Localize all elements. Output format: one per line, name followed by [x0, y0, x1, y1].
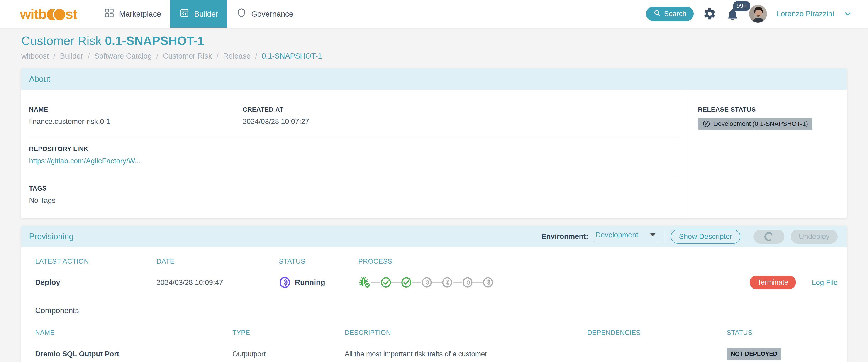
- about-section-title: About: [29, 74, 50, 84]
- breadcrumb-item[interactable]: Release: [223, 52, 251, 60]
- provisioning-card: Provisioning Environment: Development Sh…: [21, 226, 847, 362]
- provisioning-section-header: Provisioning Environment: Development Sh…: [21, 226, 847, 247]
- nav-item-governance[interactable]: Governance: [227, 0, 302, 28]
- environment-label: Environment:: [541, 232, 588, 241]
- process-step-success-icon[interactable]: [401, 277, 412, 288]
- component-status-badge: NOT DEPLOYED: [727, 348, 781, 360]
- gear-icon: [703, 7, 716, 21]
- component-name[interactable]: Dremio SQL Output Port: [35, 350, 232, 358]
- provisioning-section-title: Provisioning: [29, 232, 73, 241]
- page-header: Customer Risk 0.1-SNAPSHOT-1 witboost / …: [0, 28, 868, 60]
- log-file-link[interactable]: Log File: [812, 278, 838, 287]
- action-date-value: 2024/03/28 10:09:47: [156, 278, 279, 287]
- status-value: Running: [295, 278, 325, 287]
- col-comp-name: NAME: [35, 329, 232, 336]
- logo-circle-icon: [54, 9, 65, 20]
- environment-select[interactable]: Development: [594, 231, 658, 242]
- breadcrumb-separator: /: [88, 52, 90, 60]
- breadcrumb-separator: /: [255, 52, 257, 60]
- deploy-loading-button: [753, 230, 784, 244]
- breadcrumb: witboost / Builder / Software Catalog / …: [21, 52, 868, 60]
- col-date: DATE: [156, 258, 279, 265]
- witboost-logo[interactable]: witbst: [20, 6, 77, 22]
- breadcrumb-item[interactable]: Customer Risk: [163, 52, 212, 60]
- process-step-pending-icon[interactable]: [442, 277, 453, 288]
- page-title: Customer Risk 0.1-SNAPSHOT-1: [21, 34, 868, 48]
- search-icon: [653, 9, 661, 19]
- col-comp-description: DESCRIPTION: [345, 329, 587, 336]
- release-status-badge: Development (0.1-SNAPSHOT-1): [698, 118, 812, 130]
- provisioning-table-header: LATEST ACTION DATE STATUS PROCESS: [21, 258, 847, 265]
- undeploy-label: Undeploy: [799, 232, 830, 241]
- about-section-header: About: [21, 68, 847, 90]
- provisioning-table-row: Deploy 2024/03/28 10:09:47 Running: [21, 276, 847, 289]
- field-created-at-label: CREATED AT: [243, 106, 456, 113]
- about-right-column: RELEASE STATUS Development (0.1-SNAPSHOT…: [687, 90, 847, 218]
- nav-item-label: Governance: [251, 9, 293, 19]
- release-status-label: RELEASE STATUS: [698, 106, 847, 113]
- field-created-at-value: 2024/03/28 10:07:27: [243, 117, 456, 126]
- process-step-pending-icon[interactable]: [483, 277, 493, 288]
- action-status: Running: [279, 276, 358, 288]
- divider: [804, 276, 804, 289]
- components-title: Components: [35, 306, 847, 315]
- process-connector: [432, 282, 442, 283]
- components-table-header: NAME TYPE DESCRIPTION DEPENDENCIES STATU…: [21, 329, 847, 336]
- terminate-button[interactable]: Terminate: [750, 276, 796, 289]
- terminate-label: Terminate: [757, 278, 788, 286]
- main-nav: Marketplace Builder Governance: [95, 0, 302, 28]
- process-step-success-icon[interactable]: [380, 277, 391, 288]
- breadcrumb-separator: /: [156, 52, 158, 60]
- notifications-button[interactable]: 99+: [726, 8, 739, 21]
- field-name-label: NAME: [29, 106, 243, 113]
- show-descriptor-button[interactable]: Show Descriptor: [671, 230, 740, 244]
- breadcrumb-item[interactable]: Software Catalog: [94, 52, 152, 60]
- process-step-pending-icon[interactable]: [462, 277, 473, 288]
- undeploy-button[interactable]: Undeploy: [791, 230, 838, 244]
- nav-item-marketplace[interactable]: Marketplace: [95, 0, 170, 28]
- about-card: About NAME finance.customer-risk.0.1 CRE…: [21, 68, 847, 218]
- page-title-version: 0.1-SNAPSHOT-1: [105, 34, 204, 48]
- breadcrumb-item[interactable]: witboost: [21, 52, 49, 60]
- divider: [747, 230, 747, 243]
- running-spinner-icon: [279, 276, 291, 288]
- components-table-row: Dremio SQL Output Port Outputport All th…: [21, 348, 847, 362]
- release-status-badge-label: Development (0.1-SNAPSHOT-1): [713, 120, 808, 127]
- user-avatar[interactable]: [749, 5, 767, 23]
- breadcrumb-separator: /: [217, 52, 219, 60]
- field-name-value: finance.customer-risk.0.1: [29, 117, 243, 126]
- nav-item-label: Builder: [194, 9, 218, 19]
- search-button[interactable]: Search: [646, 7, 694, 21]
- logo-text-right: st: [65, 6, 77, 22]
- chevron-down-icon[interactable]: [843, 9, 852, 18]
- about-row-1: NAME finance.customer-risk.0.1 CREATED A…: [29, 90, 680, 137]
- code-window-icon: [179, 8, 190, 20]
- field-tags-label: TAGS: [29, 185, 680, 192]
- component-type: Outputport: [232, 350, 345, 358]
- nav-item-builder[interactable]: Builder: [170, 0, 227, 28]
- top-navbar: witbst Marketplace Builder: [0, 0, 868, 28]
- field-repository-label: REPOSITORY LINK: [29, 145, 680, 153]
- show-descriptor-label: Show Descriptor: [679, 232, 732, 241]
- avatar-photo: [749, 5, 767, 23]
- process-step-pending-icon[interactable]: [421, 277, 432, 288]
- shield-icon: [236, 8, 247, 20]
- col-process: PROCESS: [358, 258, 838, 265]
- col-comp-dependencies: DEPENDENCIES: [587, 329, 727, 336]
- field-tags-value: No Tags: [29, 196, 680, 205]
- user-name[interactable]: Lorenzo Pirazzini: [777, 9, 834, 18]
- process-connector: [412, 282, 421, 283]
- select-arrow-icon: [650, 233, 655, 237]
- settings-button[interactable]: [703, 7, 716, 21]
- breadcrumb-item-current[interactable]: 0.1-SNAPSHOT-1: [262, 52, 322, 60]
- about-left-column: NAME finance.customer-risk.0.1 CREATED A…: [21, 90, 687, 218]
- repository-link[interactable]: https://gitlab.com/AgileFactory/W...: [29, 157, 141, 165]
- search-button-label: Search: [664, 10, 686, 18]
- process-step-validated-icon[interactable]: [358, 276, 371, 289]
- breadcrumb-item[interactable]: Builder: [60, 52, 83, 60]
- page-title-name: Customer Risk: [21, 34, 101, 48]
- about-row-2: REPOSITORY LINK https://gitlab.com/Agile…: [29, 137, 680, 176]
- about-row-3: TAGS No Tags: [29, 176, 680, 218]
- col-status: STATUS: [279, 258, 358, 265]
- environment-selected-value: Development: [595, 231, 638, 239]
